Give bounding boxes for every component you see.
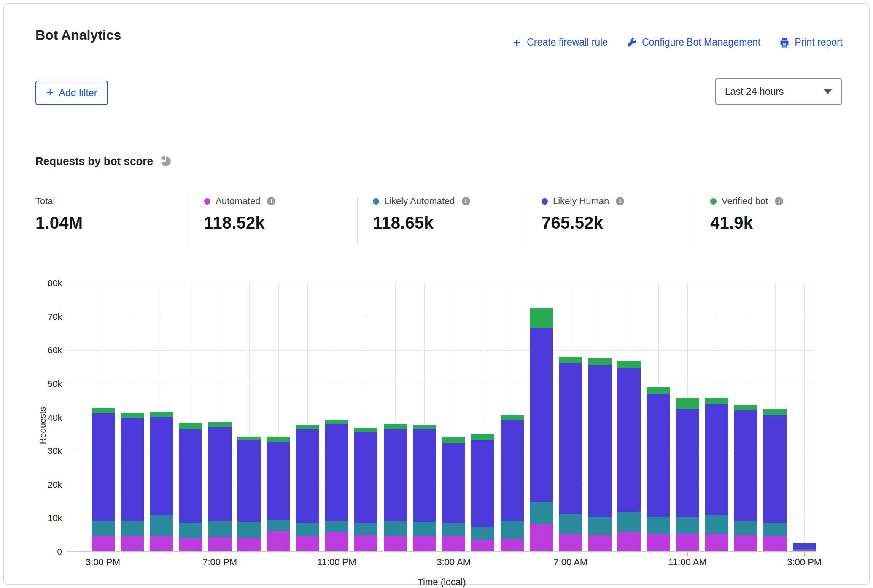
- bar-segment-likely-automated[interactable]: [325, 521, 348, 532]
- bar-600pm[interactable]: [179, 423, 202, 551]
- bar-100pm[interactable]: [734, 405, 757, 551]
- bar-segment-likely-automated[interactable]: [676, 517, 699, 534]
- bar-700am[interactable]: [559, 357, 582, 551]
- bar-segment-likely-human[interactable]: [413, 429, 436, 522]
- bar-segment-likely-human[interactable]: [559, 363, 582, 514]
- bar-segment-likely-human[interactable]: [617, 368, 641, 512]
- bar-1000am[interactable]: [647, 387, 670, 551]
- bar-segment-likely-human[interactable]: [384, 429, 407, 521]
- bar-segment-verified-bot[interactable]: [92, 408, 115, 413]
- bar-segment-automated[interactable]: [676, 534, 699, 551]
- bar-segment-likely-automated[interactable]: [588, 517, 612, 535]
- bar-900am[interactable]: [617, 361, 641, 551]
- bar-segment-automated[interactable]: [92, 536, 115, 551]
- bar-segment-automated[interactable]: [705, 534, 728, 551]
- bar-segment-verified-bot[interactable]: [267, 437, 290, 442]
- bar-segment-likely-human[interactable]: [530, 328, 553, 502]
- bar-segment-verified-bot[interactable]: [296, 425, 319, 429]
- bar-segment-likely-automated[interactable]: [121, 521, 144, 536]
- bar-segment-verified-bot[interactable]: [471, 434, 494, 440]
- info-icon[interactable]: i: [616, 197, 624, 205]
- bar-segment-automated[interactable]: [413, 536, 436, 551]
- bar-600am[interactable]: [530, 308, 553, 551]
- bar-1200am[interactable]: [354, 428, 377, 551]
- bar-segment-automated[interactable]: [763, 536, 787, 551]
- bar-segment-automated[interactable]: [588, 535, 612, 551]
- bar-segment-verified-bot[interactable]: [705, 398, 728, 404]
- bar-segment-automated[interactable]: [267, 531, 290, 551]
- bar-500am[interactable]: [501, 415, 524, 551]
- bar-segment-likely-automated[interactable]: [179, 523, 202, 538]
- bar-segment-verified-bot[interactable]: [413, 425, 436, 429]
- bar-segment-likely-automated[interactable]: [501, 521, 524, 539]
- bar-segment-likely-human[interactable]: [296, 429, 319, 523]
- bar-segment-likely-human[interactable]: [793, 543, 816, 549]
- bar-segment-likely-automated[interactable]: [384, 521, 407, 536]
- bar-segment-verified-bot[interactable]: [617, 361, 641, 368]
- bar-segment-verified-bot[interactable]: [208, 422, 232, 427]
- bar-segment-likely-human[interactable]: [179, 429, 202, 523]
- bar-segment-likely-automated[interactable]: [471, 527, 494, 539]
- bar-200pm[interactable]: [763, 409, 787, 551]
- bar-segment-verified-bot[interactable]: [325, 420, 348, 424]
- bar-segment-verified-bot[interactable]: [237, 437, 261, 441]
- bar-segment-verified-bot[interactable]: [559, 357, 582, 363]
- bar-segment-verified-bot[interactable]: [588, 358, 612, 365]
- bar-segment-automated[interactable]: [150, 536, 173, 551]
- bar-300pm[interactable]: [793, 543, 816, 551]
- bar-segment-automated[interactable]: [237, 538, 261, 551]
- bar-segment-automated[interactable]: [793, 550, 816, 551]
- bar-1100am[interactable]: [676, 398, 699, 551]
- bar-700pm[interactable]: [208, 422, 232, 551]
- bar-800pm[interactable]: [237, 437, 261, 551]
- bar-1000pm[interactable]: [296, 425, 319, 551]
- bar-segment-verified-bot[interactable]: [647, 387, 670, 394]
- bar-segment-likely-human[interactable]: [354, 432, 377, 523]
- bar-segment-verified-bot[interactable]: [442, 437, 465, 443]
- time-range-select[interactable]: Last 24 hours: [715, 78, 842, 105]
- bar-1200pm[interactable]: [705, 398, 728, 551]
- bar-segment-likely-automated[interactable]: [647, 517, 670, 534]
- bar-segment-verified-bot[interactable]: [150, 412, 173, 417]
- bar-segment-automated[interactable]: [471, 540, 494, 551]
- bar-400am[interactable]: [471, 434, 494, 551]
- bar-segment-likely-automated[interactable]: [150, 515, 173, 536]
- info-icon[interactable]: i: [267, 197, 275, 205]
- bar-segment-likely-human[interactable]: [763, 415, 787, 523]
- bar-segment-automated[interactable]: [296, 536, 319, 551]
- bar-segment-verified-bot[interactable]: [179, 423, 202, 429]
- bar-segment-likely-automated[interactable]: [237, 522, 261, 538]
- bar-segment-likely-human[interactable]: [237, 440, 261, 522]
- header-action-print-report[interactable]: Print report: [779, 37, 843, 48]
- bar-segment-likely-automated[interactable]: [530, 502, 553, 524]
- bar-segment-automated[interactable]: [559, 534, 582, 551]
- bar-segment-likely-human[interactable]: [647, 394, 670, 517]
- bar-segment-automated[interactable]: [121, 536, 144, 551]
- bar-800am[interactable]: [588, 358, 612, 551]
- bar-200am[interactable]: [413, 425, 436, 551]
- bar-segment-likely-automated[interactable]: [92, 521, 115, 536]
- bar-segment-likely-automated[interactable]: [705, 515, 728, 534]
- bar-segment-likely-human[interactable]: [325, 424, 348, 521]
- bar-segment-automated[interactable]: [442, 536, 465, 551]
- bar-segment-likely-automated[interactable]: [354, 523, 377, 535]
- bar-segment-verified-bot[interactable]: [530, 308, 553, 328]
- bar-segment-automated[interactable]: [208, 537, 232, 551]
- add-filter-button[interactable]: + Add filter: [35, 81, 108, 105]
- bar-400pm[interactable]: [121, 413, 144, 551]
- header-action-create-firewall-rule[interactable]: +Create firewall rule: [511, 37, 608, 48]
- bar-segment-automated[interactable]: [617, 532, 641, 551]
- bar-segment-verified-bot[interactable]: [763, 409, 787, 415]
- bar-segment-automated[interactable]: [501, 539, 524, 551]
- bar-segment-likely-automated[interactable]: [617, 512, 641, 532]
- bar-segment-likely-human[interactable]: [501, 420, 524, 521]
- bar-segment-likely-human[interactable]: [150, 417, 173, 515]
- bar-segment-likely-human[interactable]: [442, 443, 465, 523]
- bar-segment-likely-automated[interactable]: [763, 523, 787, 536]
- bar-900pm[interactable]: [267, 437, 290, 551]
- bar-segment-automated[interactable]: [179, 538, 202, 551]
- bar-segment-automated[interactable]: [354, 535, 377, 551]
- bar-segment-likely-human[interactable]: [676, 409, 699, 517]
- bar-segment-verified-bot[interactable]: [734, 405, 757, 411]
- bar-segment-likely-automated[interactable]: [413, 522, 436, 536]
